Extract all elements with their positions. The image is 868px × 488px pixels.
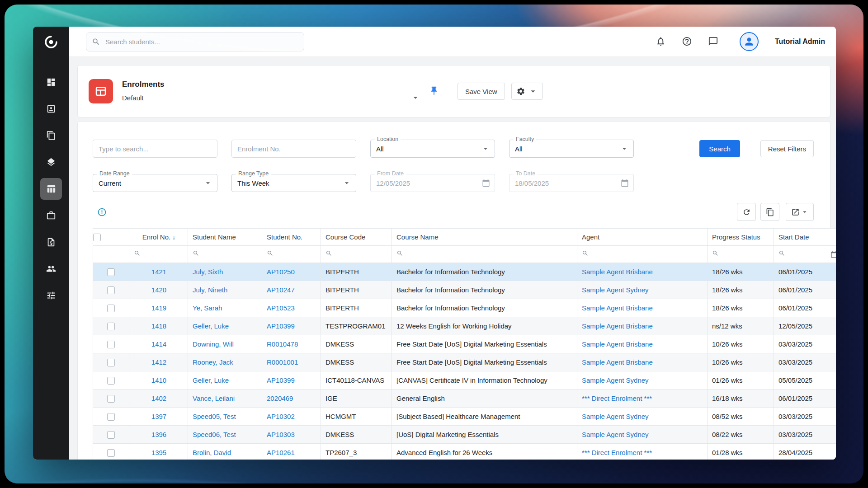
cell-student-name-link[interactable]: Speed06, Test bbox=[193, 431, 236, 438]
cell-enrol-no-link[interactable]: 1410 bbox=[151, 376, 166, 384]
sidebar-item-agents[interactable] bbox=[40, 258, 62, 280]
cell-enrol-no-link[interactable]: 1418 bbox=[151, 322, 166, 330]
table-row[interactable]: 1402Vance, Leilani2020469IGEGeneral Engl… bbox=[93, 389, 836, 408]
cell-agent-link[interactable]: Sample Agent Brisbane bbox=[582, 268, 653, 276]
row-checkbox[interactable] bbox=[107, 341, 115, 348]
row-checkbox[interactable] bbox=[107, 431, 115, 439]
table-row[interactable]: 1397Speed05, TestAP10302HCMGMT[Subject B… bbox=[93, 408, 836, 426]
cell-student-no-link[interactable]: AP10303 bbox=[267, 431, 295, 438]
table-row[interactable]: 1418Geller, LukeAP10399TESTPROGRAM0112 W… bbox=[93, 317, 836, 335]
table-row[interactable]: 1419Ye, SarahAP10523BITPERTHBachelor for… bbox=[93, 299, 836, 317]
cell-student-name-link[interactable]: Vance, Leilani bbox=[193, 394, 235, 402]
row-checkbox[interactable] bbox=[107, 323, 115, 330]
cell-student-no-link[interactable]: R0001001 bbox=[267, 358, 298, 366]
column-header[interactable]: Course Name bbox=[392, 229, 577, 246]
help-button[interactable] bbox=[682, 36, 693, 47]
sidebar-item-documents[interactable] bbox=[40, 125, 62, 146]
date-range-select[interactable]: Date Range Current bbox=[93, 174, 217, 192]
column-filter[interactable] bbox=[392, 246, 577, 263]
table-row[interactable]: 1421July, SixthAP10250BITPERTHBachelor f… bbox=[93, 263, 836, 281]
column-header[interactable]: Enrol No. ↓ bbox=[129, 229, 188, 246]
search-input[interactable] bbox=[86, 32, 304, 52]
cell-student-name-link[interactable]: July, Sixth bbox=[193, 268, 223, 276]
row-checkbox[interactable] bbox=[107, 377, 115, 385]
enrolment-no-input[interactable] bbox=[231, 140, 356, 158]
location-select[interactable]: Location All bbox=[370, 140, 495, 158]
range-type-select[interactable]: Range Type This Week bbox=[231, 174, 356, 192]
row-checkbox[interactable] bbox=[107, 268, 115, 276]
cell-agent-link[interactable]: Sample Agent Brisbane bbox=[582, 322, 653, 330]
column-header[interactable]: Progress Status bbox=[708, 229, 774, 246]
cell-enrol-no-link[interactable]: 1419 bbox=[151, 304, 166, 312]
cell-student-no-link[interactable]: AP10247 bbox=[267, 286, 295, 294]
copy-button[interactable] bbox=[760, 203, 779, 221]
row-checkbox[interactable] bbox=[107, 286, 115, 294]
pin-view-button[interactable] bbox=[429, 86, 439, 97]
cell-enrol-no-link[interactable]: 1397 bbox=[151, 413, 166, 420]
calendar-icon[interactable] bbox=[830, 251, 836, 258]
cell-student-no-link[interactable]: AP10261 bbox=[267, 449, 295, 456]
cell-enrol-no-link[interactable]: 1420 bbox=[151, 286, 166, 294]
column-filter[interactable] bbox=[188, 246, 262, 263]
cell-agent-link[interactable]: Sample Agent Brisbane bbox=[582, 340, 653, 348]
cell-agent-link[interactable]: *** Direct Enrolment *** bbox=[582, 394, 652, 402]
cell-student-no-link[interactable]: AP10523 bbox=[267, 304, 295, 312]
cell-student-no-link[interactable]: AP10302 bbox=[267, 413, 295, 420]
cell-enrol-no-link[interactable]: 1412 bbox=[151, 358, 166, 366]
faculty-select[interactable]: Faculty All bbox=[509, 140, 634, 158]
cell-agent-link[interactable]: Sample Agent Sydney bbox=[582, 286, 649, 294]
cell-student-no-link[interactable]: AP10399 bbox=[267, 376, 295, 384]
column-header[interactable]: Course Code bbox=[321, 229, 392, 246]
cell-enrol-no-link[interactable]: 1396 bbox=[151, 431, 166, 438]
reset-filters-button[interactable]: Reset Filters bbox=[760, 140, 814, 157]
notifications-button[interactable] bbox=[656, 36, 666, 47]
column-filter[interactable] bbox=[129, 246, 188, 263]
column-filter[interactable] bbox=[708, 246, 774, 263]
table-row[interactable]: 1410Geller, LukeAP10399ICT40118-CANVAS[C… bbox=[93, 371, 836, 389]
column-filter[interactable] bbox=[321, 246, 392, 263]
text-search-input[interactable] bbox=[93, 140, 217, 158]
info-icon[interactable] bbox=[97, 207, 107, 217]
column-filter[interactable] bbox=[577, 246, 708, 263]
cell-enrol-no-link[interactable]: 1421 bbox=[151, 268, 166, 276]
cell-enrol-no-link[interactable]: 1402 bbox=[151, 394, 166, 402]
cell-agent-link[interactable]: Sample Agent Sydney bbox=[582, 376, 649, 384]
cell-student-no-link[interactable]: R0010478 bbox=[267, 340, 298, 348]
cell-student-name-link[interactable]: Ye, Sarah bbox=[193, 304, 222, 312]
cell-student-no-link[interactable]: AP10250 bbox=[267, 268, 295, 276]
row-checkbox[interactable] bbox=[107, 359, 115, 366]
column-filter[interactable] bbox=[262, 246, 321, 263]
sidebar-item-courses[interactable] bbox=[40, 151, 62, 173]
column-header[interactable]: Student No. bbox=[262, 229, 321, 246]
column-header[interactable]: Agent bbox=[577, 229, 708, 246]
column-header[interactable]: Student Name bbox=[188, 229, 262, 246]
sidebar-item-dashboard[interactable] bbox=[40, 71, 62, 93]
cell-student-name-link[interactable]: July, Nineth bbox=[193, 286, 227, 294]
cell-student-name-link[interactable]: Rooney, Jack bbox=[193, 358, 233, 366]
cell-agent-link[interactable]: Sample Agent Sydney bbox=[582, 431, 649, 438]
view-select[interactable]: Default bbox=[122, 93, 420, 103]
cell-agent-link[interactable]: Sample Agent Sydney bbox=[582, 413, 649, 420]
table-row[interactable]: 1414Downing, WillR0010478DMKESSFree Star… bbox=[93, 335, 836, 353]
sidebar-item-enrolments[interactable] bbox=[40, 178, 62, 200]
table-row[interactable]: 1412Rooney, JackR0001001DMKESSFree Start… bbox=[93, 353, 836, 371]
sidebar-item-employers[interactable] bbox=[40, 205, 62, 226]
cell-agent-link[interactable]: *** Direct Enrolment *** bbox=[582, 449, 652, 456]
cell-agent-link[interactable]: Sample Agent Brisbane bbox=[582, 304, 653, 312]
row-checkbox[interactable] bbox=[107, 395, 115, 403]
cell-agent-link[interactable]: Sample Agent Brisbane bbox=[582, 358, 653, 366]
cell-student-no-link[interactable]: AP10399 bbox=[267, 322, 295, 330]
column-filter[interactable] bbox=[774, 246, 836, 263]
row-checkbox[interactable] bbox=[107, 305, 115, 312]
cell-enrol-no-link[interactable]: 1395 bbox=[151, 449, 166, 456]
cell-student-name-link[interactable]: Geller, Luke bbox=[193, 376, 229, 384]
cell-student-name-link[interactable]: Geller, Luke bbox=[193, 322, 229, 330]
app-logo[interactable] bbox=[41, 32, 61, 52]
save-view-button[interactable]: Save View bbox=[458, 83, 505, 100]
sidebar-item-finance[interactable] bbox=[40, 231, 62, 253]
column-header[interactable]: Start Date bbox=[774, 229, 836, 246]
refresh-button[interactable] bbox=[737, 203, 756, 221]
select-all-header[interactable] bbox=[93, 229, 129, 246]
chat-button[interactable] bbox=[708, 36, 719, 47]
search-button[interactable]: Search bbox=[699, 140, 740, 157]
